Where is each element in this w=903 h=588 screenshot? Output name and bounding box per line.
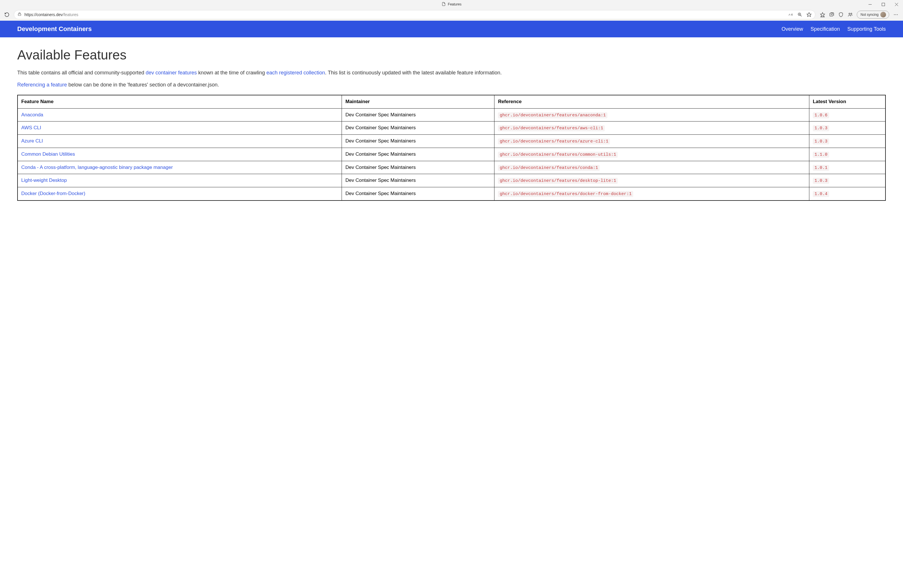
person-icon[interactable] bbox=[848, 12, 853, 17]
version-code: 1.0.3 bbox=[813, 125, 829, 131]
table-row: Common Debian UtilitiesDev Container Spe… bbox=[17, 148, 886, 161]
window-controls bbox=[864, 0, 903, 9]
svg-point-18 bbox=[894, 14, 895, 15]
table-row: Docker (Docker-from-Docker)Dev Container… bbox=[17, 187, 886, 201]
page-viewport[interactable]: Development Containers Overview Specific… bbox=[0, 21, 903, 588]
zoom-icon[interactable] bbox=[797, 12, 802, 17]
nav-supporting-tools[interactable]: Supporting Tools bbox=[847, 26, 886, 32]
page-content: Available Features This table contains a… bbox=[0, 37, 903, 211]
version-code: 1.0.4 bbox=[813, 191, 829, 197]
table-row: Conda - A cross-platform, language-agnos… bbox=[17, 161, 886, 174]
svg-point-17 bbox=[851, 13, 852, 14]
link-each-registered-collection[interactable]: each registered collection bbox=[266, 70, 325, 75]
avatar-icon bbox=[880, 12, 886, 17]
feature-link[interactable]: Anaconda bbox=[21, 112, 43, 118]
more-icon[interactable] bbox=[893, 12, 898, 17]
sync-status-button[interactable]: Not syncing bbox=[857, 11, 889, 19]
document-icon bbox=[442, 2, 445, 7]
table-row: AnacondaDev Container Spec Maintainersgh… bbox=[17, 108, 886, 121]
version-code: 1.1.0 bbox=[813, 152, 829, 158]
minimize-button[interactable] bbox=[864, 0, 876, 9]
url-text: https://containers.dev/features bbox=[24, 13, 785, 17]
maintainer-cell: Dev Container Spec Maintainers bbox=[342, 148, 494, 161]
version-code: 1.0.3 bbox=[813, 178, 829, 184]
reference-code: ghcr.io/devcontainers/features/desktop-l… bbox=[498, 178, 618, 184]
svg-rect-1 bbox=[882, 3, 885, 6]
maintainer-cell: Dev Container Spec Maintainers bbox=[342, 187, 494, 201]
col-reference: Reference bbox=[494, 95, 809, 108]
reference-code: ghcr.io/devcontainers/features/anaconda:… bbox=[498, 112, 607, 118]
refresh-button[interactable] bbox=[2, 10, 11, 19]
version-code: 1.0.3 bbox=[813, 138, 829, 145]
table-header-row: Feature Name Maintainer Reference Latest… bbox=[17, 95, 886, 108]
col-feature-name: Feature Name bbox=[17, 95, 342, 108]
feature-link[interactable]: Common Debian Utilities bbox=[21, 151, 75, 157]
link-dev-container-features[interactable]: dev container features bbox=[146, 70, 197, 75]
nav-links: Overview Specification Supporting Tools bbox=[782, 26, 886, 32]
reference-code: ghcr.io/devcontainers/features/conda:1 bbox=[498, 165, 599, 171]
read-aloud-icon[interactable]: A bbox=[788, 12, 793, 17]
reference-code: ghcr.io/devcontainers/features/common-ut… bbox=[498, 152, 618, 158]
browser-toolbar: https://containers.dev/features A Not sy… bbox=[0, 9, 903, 21]
feature-link[interactable]: AWS CLI bbox=[21, 125, 41, 130]
table-row: AWS CLIDev Container Spec Maintainersghc… bbox=[17, 121, 886, 135]
svg-marker-10 bbox=[807, 13, 811, 17]
features-table: Feature Name Maintainer Reference Latest… bbox=[17, 95, 886, 201]
version-code: 1.0.6 bbox=[813, 112, 829, 118]
maintainer-cell: Dev Container Spec Maintainers bbox=[342, 121, 494, 135]
favorites-icon[interactable] bbox=[820, 12, 825, 17]
address-bar[interactable]: https://containers.dev/features A bbox=[14, 10, 815, 19]
svg-marker-11 bbox=[821, 13, 825, 17]
maintainer-cell: Dev Container Spec Maintainers bbox=[342, 135, 494, 148]
reference-code: ghcr.io/devcontainers/features/docker-fr… bbox=[498, 191, 633, 197]
feature-link[interactable]: Azure CLI bbox=[21, 138, 43, 144]
reference-code: ghcr.io/devcontainers/features/azure-cli… bbox=[498, 138, 610, 145]
nav-specification[interactable]: Specification bbox=[810, 26, 840, 32]
maximize-button[interactable] bbox=[876, 0, 890, 9]
sync-label: Not syncing bbox=[861, 13, 879, 17]
col-maintainer: Maintainer bbox=[342, 95, 494, 108]
feature-link[interactable]: Conda - A cross-platform, language-agnos… bbox=[21, 165, 173, 170]
col-latest-version: Latest Version bbox=[809, 95, 886, 108]
favorite-star-icon[interactable] bbox=[807, 12, 812, 17]
lock-icon bbox=[17, 12, 22, 17]
svg-rect-4 bbox=[18, 14, 21, 16]
link-referencing-a-feature[interactable]: Referencing a feature bbox=[17, 82, 67, 88]
table-row: Azure CLIDev Container Spec Maintainersg… bbox=[17, 135, 886, 148]
svg-text:A: A bbox=[788, 13, 791, 16]
title-bar: Features bbox=[0, 0, 903, 9]
site-header: Development Containers Overview Specific… bbox=[0, 21, 903, 37]
intro-paragraph: This table contains all official and com… bbox=[17, 69, 886, 77]
site-brand[interactable]: Development Containers bbox=[17, 25, 92, 33]
feature-link[interactable]: Docker (Docker-from-Docker) bbox=[21, 191, 85, 196]
shield-icon[interactable] bbox=[838, 12, 843, 17]
svg-point-19 bbox=[895, 14, 897, 15]
browser-tab[interactable]: Features bbox=[442, 2, 461, 7]
maintainer-cell: Dev Container Spec Maintainers bbox=[342, 174, 494, 187]
maintainer-cell: Dev Container Spec Maintainers bbox=[342, 161, 494, 174]
reference-line: Referencing a feature below can be done … bbox=[17, 82, 886, 88]
svg-point-20 bbox=[897, 14, 898, 15]
table-row: Light-weight DesktopDev Container Spec M… bbox=[17, 174, 886, 187]
page-heading: Available Features bbox=[17, 47, 886, 63]
reference-code: ghcr.io/devcontainers/features/aws-cli:1 bbox=[498, 125, 605, 131]
close-button[interactable] bbox=[890, 0, 903, 9]
nav-overview[interactable]: Overview bbox=[782, 26, 803, 32]
svg-point-16 bbox=[849, 13, 850, 15]
feature-link[interactable]: Light-weight Desktop bbox=[21, 178, 67, 183]
tab-title: Features bbox=[448, 2, 461, 6]
svg-line-7 bbox=[801, 15, 802, 16]
version-code: 1.0.1 bbox=[813, 165, 829, 171]
maintainer-cell: Dev Container Spec Maintainers bbox=[342, 108, 494, 121]
collections-icon[interactable] bbox=[829, 12, 834, 17]
